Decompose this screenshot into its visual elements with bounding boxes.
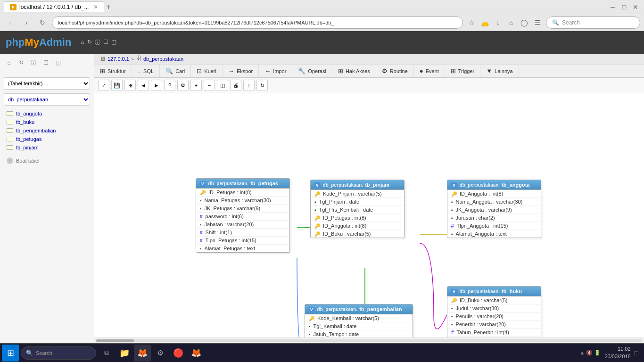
taskbar-app-browser[interactable]: 🦊 [134, 345, 151, 362]
action-nav-next-icon[interactable]: ► [151, 80, 162, 91]
tab-hak-akses[interactable]: ⊞ Hak Akses [332, 65, 376, 77]
field-name: Penulis : varchar(20) [456, 313, 504, 319]
field-name: Kode_Kembali : varchar(5) [317, 315, 379, 321]
settings-header-icon[interactable]: ☐ [103, 39, 108, 47]
db-icon: 🗄 [136, 56, 141, 62]
action-grid-icon[interactable]: ⊞ [124, 80, 136, 91]
bookmark-icon[interactable]: ☆ [466, 17, 477, 28]
tab-event[interactable]: ● Event [414, 65, 445, 77]
taskbar-app-settings[interactable]: ⚙ [152, 345, 169, 362]
home-header-icon[interactable]: ⌂ [81, 39, 84, 47]
tab-kueri[interactable]: ⊡ Kueri [191, 65, 223, 77]
scrollbar-thumb[interactable] [96, 339, 134, 342]
tab-trigger[interactable]: ⊞ Trigger [445, 65, 480, 77]
tab-sql[interactable]: ≡ SQL [132, 65, 160, 77]
tab-routine[interactable]: ⚙ Routine [376, 65, 414, 77]
field-row: ▪ JK_Petugas : varchar(9) [196, 205, 289, 213]
field-row: ▪ Jatuh_Tempo : date [305, 330, 413, 337]
reload-button[interactable]: ↻ [36, 16, 49, 29]
tab-cari[interactable]: 🔍 Cari [160, 65, 191, 77]
action-settings-icon[interactable]: ⚙ [177, 80, 189, 91]
action-refresh-icon[interactable]: ↻ [256, 80, 268, 91]
field-name: Kode_Pinjam : varchar(5) [323, 191, 382, 197]
sidebar-nav-icon-1[interactable]: ⌂ [4, 58, 14, 68]
db-select[interactable]: db_perpustakaan [4, 93, 90, 106]
table-pinjam[interactable]: v db_perpustakaan.tb_pinjam 🔑 Kode_Pinja… [310, 180, 405, 238]
breadcrumb-db[interactable]: db_perpustakaan [143, 56, 183, 62]
table-pengembalian[interactable]: v db_perpustakaan.tb_pengembalian 🔑 Kode… [305, 304, 413, 337]
taskbar-app-explorer[interactable]: 📁 [116, 345, 133, 362]
table-icon [7, 111, 13, 116]
table-list-item-anggota[interactable]: tb_anggota [4, 109, 90, 118]
tab-hak-akses-label: Hak Akses [346, 68, 370, 74]
table-petugas[interactable]: v db_perpustakaan.tb_petugas 🔑 ID_Petuga… [196, 178, 290, 253]
action-bar: ✓ 💾 ⊞ ◄ ► ? ⚙ + − ◫ 🖨 ↑ ↻ [94, 78, 644, 93]
refresh-header-icon[interactable]: ↻ [87, 39, 92, 47]
profile-icon[interactable]: ◯ [519, 17, 530, 28]
scrollbar-track[interactable] [96, 339, 642, 342]
action-export-icon[interactable]: ↑ [243, 80, 255, 91]
action-print-icon[interactable]: 🖨 [230, 80, 241, 91]
home-icon[interactable]: ⌂ [505, 17, 517, 28]
table-list-item-pengembalian[interactable]: tb_pengembalian [4, 126, 90, 135]
taskbar-app-extra[interactable]: 🔴 [170, 345, 187, 362]
field-row: 🔑 ID_Anggota : int(8) [447, 190, 541, 198]
tab-struktur[interactable]: ⊞ Struktur [94, 65, 132, 77]
tab-lainnya[interactable]: ▼ Lainnya [480, 65, 519, 77]
table-buku[interactable]: v db_perpustakaan.tb_buku 🔑 ID_Buku : va… [447, 286, 541, 337]
action-check-icon[interactable]: ✓ [98, 80, 109, 91]
field-row: ▪ Judul : varchar(30) [447, 304, 541, 313]
table-list-item-petugas[interactable]: tb_petugas [4, 135, 90, 143]
info-header-icon[interactable]: ⓘ [95, 39, 100, 47]
table-name: tb_pinjam [16, 145, 39, 150]
table-list-item-pinjam[interactable]: tb_pinjam [4, 143, 90, 152]
url-bar[interactable]: localhost/phpmyadmin/index.php?db=db_per… [52, 16, 463, 29]
start-button[interactable]: ⊞ [2, 345, 19, 362]
table-select[interactable]: (Tabel terakhir) ... [4, 77, 90, 90]
menu-icon[interactable]: ☰ [532, 17, 543, 28]
maximize-button[interactable]: □ [619, 2, 629, 12]
tab-operasi[interactable]: 🔧 Operasi [292, 65, 332, 77]
close-button[interactable]: ✕ [631, 2, 640, 12]
action-select-icon[interactable]: ◫ [217, 80, 228, 91]
taskbar-search[interactable]: 🔍 Search [21, 346, 96, 360]
table-list-item-buku[interactable]: tb_buku [4, 118, 90, 126]
table-icon [7, 120, 13, 124]
sidebar-nav-icon-3[interactable]: ⓘ [28, 58, 39, 68]
sidebar-nav-icon-4[interactable]: ☐ [41, 58, 51, 68]
forward-button[interactable]: › [20, 16, 33, 29]
notification-icon[interactable]: □ [635, 349, 638, 357]
breadcrumb-server[interactable]: 127.0.0.1 [107, 56, 129, 62]
diagram-area[interactable]: v db_perpustakaan.tb_petugas 🔑 ID_Petuga… [94, 93, 644, 337]
cari-icon: 🔍 [165, 67, 173, 74]
download-icon[interactable]: ↓ [492, 17, 504, 28]
table-petugas-db: db_perpustakaan. [208, 181, 249, 186]
back-button[interactable]: ‹ [4, 16, 17, 29]
action-help-icon[interactable]: ? [164, 80, 175, 91]
tab-ekspor[interactable]: → Ekspor [223, 65, 259, 77]
taskbar-app-firefox[interactable]: 🦊 [188, 345, 205, 362]
create-table-button[interactable]: + Buat tabel [4, 156, 90, 166]
minimize-button[interactable]: ─ [608, 2, 618, 12]
more-header-icon[interactable]: ◫ [111, 39, 116, 47]
pocket-icon[interactable]: 👝 [479, 17, 490, 28]
tab-impor[interactable]: ← Impor [259, 65, 292, 77]
sidebar-nav-icon-2[interactable]: ↻ [16, 58, 26, 68]
scrollbar-area[interactable] [94, 337, 644, 343]
field-type-key-icon: 🔑 [451, 191, 457, 197]
taskbar-app-taskview[interactable]: ⧉ [98, 345, 115, 362]
browser-tab[interactable]: P localhost / 127.0.0.1 / db_... ✕ [4, 1, 104, 12]
action-save-icon[interactable]: 💾 [111, 80, 123, 91]
create-table-label: Buat tabel [16, 158, 40, 164]
field-name: Tgl_Kembali : date [314, 323, 357, 329]
action-nav-prev-icon[interactable]: ◄ [138, 80, 149, 91]
table-anggota[interactable]: v db_perpustakaan.tb_anggota 🔑 ID_Anggot… [447, 180, 541, 238]
field-name: Penerbit : varchar(20) [456, 321, 506, 327]
browser-search[interactable]: 🔍 Search [546, 16, 640, 29]
field-row: 🔑 ID_Petugas : int(8) [196, 189, 289, 197]
action-zoom-in-icon[interactable]: + [190, 80, 202, 91]
new-tab-button[interactable]: + [106, 3, 110, 11]
close-tab-icon[interactable]: ✕ [93, 4, 98, 10]
sidebar-nav-icon-5[interactable]: ◫ [53, 58, 63, 68]
action-zoom-out-icon[interactable]: − [204, 80, 215, 91]
